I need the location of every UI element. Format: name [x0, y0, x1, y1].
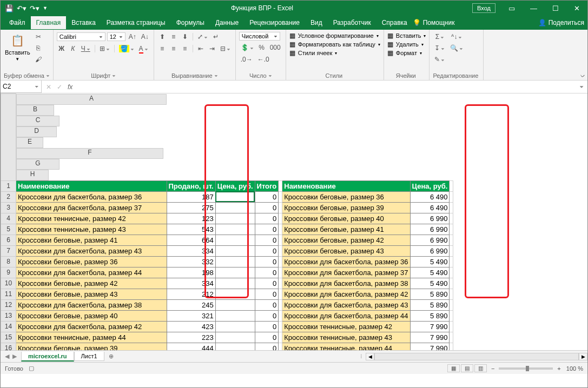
- cell-B1[interactable]: Продано, шт.: [167, 180, 215, 191]
- cell-G4[interactable]: 6 990: [410, 213, 450, 224]
- hscroll-track[interactable]: [374, 353, 579, 360]
- cell-C9[interactable]: [215, 267, 255, 278]
- row-header-14[interactable]: 14: [1, 321, 16, 332]
- cell-E4[interactable]: [279, 213, 282, 224]
- cell-F13[interactable]: Кроссовки для баскетбола, размер 44: [282, 310, 410, 321]
- cell-A1[interactable]: Наименование: [16, 180, 167, 191]
- undo-icon[interactable]: ↶▾: [17, 4, 27, 12]
- row-header-10[interactable]: 10: [1, 278, 16, 289]
- cell-D7[interactable]: 0: [255, 245, 279, 256]
- cell-E10[interactable]: [279, 278, 282, 289]
- cell-H7[interactable]: [450, 245, 453, 256]
- cell-A14[interactable]: Кроссовки для баскетбола, размер 42: [16, 321, 167, 332]
- cell-E6[interactable]: [279, 235, 282, 245]
- insert-cells-button[interactable]: ▦Вставить▾: [387, 32, 426, 39]
- collapse-ribbon-icon[interactable]: ᨆ: [580, 72, 585, 79]
- row-header-4[interactable]: 4: [1, 213, 16, 224]
- cell-B13[interactable]: 321: [167, 310, 215, 321]
- save-icon[interactable]: 💾: [5, 4, 14, 12]
- col-header-D[interactable]: D: [16, 126, 57, 137]
- cell-D1[interactable]: Итого: [255, 180, 279, 191]
- cell-C11[interactable]: [215, 289, 255, 299]
- cell-H13[interactable]: [450, 310, 453, 321]
- cell-H6[interactable]: [450, 235, 453, 245]
- cell-F10[interactable]: Кроссовки для баскетбола, размер 38: [282, 278, 410, 289]
- cell-D8[interactable]: 0: [255, 256, 279, 267]
- close-button[interactable]: ✕: [566, 2, 587, 15]
- cell-G10[interactable]: 5 490: [410, 278, 450, 289]
- tab-help[interactable]: Справка: [376, 16, 413, 29]
- row-header-13[interactable]: 13: [1, 310, 16, 321]
- zoom-out-icon[interactable]: −: [491, 365, 494, 372]
- cell-F12[interactable]: Кроссовки для баскетбола, размер 43: [282, 299, 410, 310]
- cell-H2[interactable]: [450, 191, 453, 202]
- cell-H10[interactable]: [450, 278, 453, 289]
- cell-C12[interactable]: [215, 299, 255, 310]
- cell-G3[interactable]: 6 490: [410, 202, 450, 213]
- cell-styles-button[interactable]: ▦Стили ячеек▾: [289, 49, 337, 57]
- decrease-decimal-icon[interactable]: ←.0: [256, 55, 271, 64]
- cell-D15[interactable]: 0: [255, 332, 279, 343]
- row-header-5[interactable]: 5: [1, 224, 16, 235]
- cell-C6[interactable]: [215, 235, 255, 245]
- cell-A13[interactable]: Кроссовки беговые, размер 40: [16, 310, 167, 321]
- cell-B15[interactable]: 223: [167, 332, 215, 343]
- border-icon[interactable]: ⊞: [98, 44, 111, 53]
- select-all[interactable]: [1, 94, 16, 181]
- cell-C5[interactable]: [215, 224, 255, 235]
- row-header-11[interactable]: 11: [1, 289, 16, 299]
- cell-H11[interactable]: [450, 289, 453, 299]
- col-header-F[interactable]: F: [16, 148, 163, 159]
- cell-A16[interactable]: Кроссовки беговые, размер 39: [16, 343, 167, 350]
- page-break-view-icon[interactable]: ▥: [474, 364, 487, 372]
- cell-A11[interactable]: Кроссовки беговые, размер 43: [16, 289, 167, 299]
- cell-D16[interactable]: 0: [255, 343, 279, 350]
- cancel-formula-icon[interactable]: ✕: [46, 83, 51, 91]
- cell-E5[interactable]: [279, 224, 282, 235]
- cell-E12[interactable]: [279, 299, 282, 310]
- sheet-tab-active[interactable]: microexcel.ru: [21, 352, 74, 362]
- number-format-combo[interactable]: Числовой: [239, 32, 280, 41]
- cell-G5[interactable]: 6 990: [410, 224, 450, 235]
- cell-F8[interactable]: Кроссовки для баскетбола, размер 36: [282, 256, 410, 267]
- autosum-icon[interactable]: Σ: [433, 32, 446, 42]
- cell-H3[interactable]: [450, 202, 453, 213]
- row-header-2[interactable]: 2: [1, 191, 16, 202]
- row-header-3[interactable]: 3: [1, 202, 16, 213]
- cell-A4[interactable]: Кроссовки теннисные, размер 42: [16, 213, 167, 224]
- row-header-12[interactable]: 12: [1, 299, 16, 310]
- align-top-icon[interactable]: ⬆: [157, 32, 167, 42]
- maximize-button[interactable]: ☐: [545, 2, 566, 15]
- cell-A10[interactable]: Кроссовки беговые, размер 42: [16, 278, 167, 289]
- cell-B2[interactable]: 187: [167, 191, 215, 202]
- col-header-C[interactable]: C: [16, 116, 60, 126]
- cell-F5[interactable]: Кроссовки беговые, размер 41: [282, 224, 410, 235]
- align-right-icon[interactable]: ≡: [180, 44, 190, 53]
- cell-G11[interactable]: 5 890: [410, 289, 450, 299]
- redo-icon[interactable]: ↷▾: [30, 4, 39, 12]
- cell-H1[interactable]: [450, 180, 453, 191]
- row-header-9[interactable]: 9: [1, 267, 16, 278]
- cell-H5[interactable]: [450, 224, 453, 235]
- cell-E1[interactable]: [279, 180, 282, 191]
- row-header-15[interactable]: 15: [1, 332, 16, 343]
- decrease-font-icon[interactable]: A↓: [140, 32, 150, 42]
- normal-view-icon[interactable]: ▦: [447, 364, 460, 372]
- col-header-E[interactable]: E: [16, 137, 43, 148]
- wrap-text-icon[interactable]: ↵: [211, 32, 221, 42]
- tab-data[interactable]: Данные: [210, 16, 244, 29]
- tab-insert[interactable]: Вставка: [66, 16, 101, 29]
- cell-B16[interactable]: 444: [167, 343, 215, 350]
- cell-F9[interactable]: Кроссовки для баскетбола, размер 37: [282, 267, 410, 278]
- cell-A8[interactable]: Кроссовки беговые, размер 36: [16, 256, 167, 267]
- cell-B6[interactable]: 664: [167, 235, 215, 245]
- cell-B9[interactable]: 198: [167, 267, 215, 278]
- font-color-icon[interactable]: A: [137, 44, 150, 53]
- cell-F15[interactable]: Кроссовки теннисные, размер 43: [282, 332, 410, 343]
- cell-E14[interactable]: [279, 321, 282, 332]
- cell-G14[interactable]: 7 990: [410, 321, 450, 332]
- cell-E16[interactable]: [279, 343, 282, 350]
- sheet-nav-prev-icon[interactable]: ◀: [5, 353, 9, 360]
- cell-G6[interactable]: 6 990: [410, 235, 450, 245]
- cell-G9[interactable]: 5 490: [410, 267, 450, 278]
